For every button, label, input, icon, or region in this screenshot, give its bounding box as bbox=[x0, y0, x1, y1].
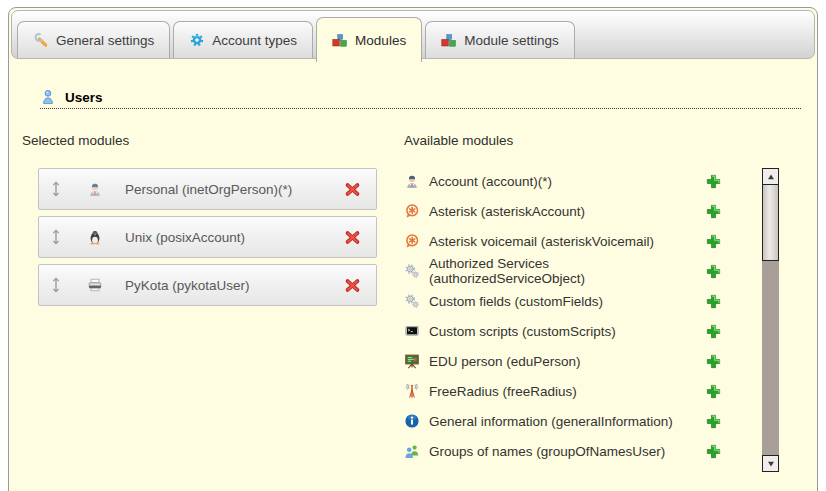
available-module-row: Groups of names (groupOfNamesUser) bbox=[404, 436, 722, 466]
delete-icon bbox=[344, 277, 361, 294]
add-module-button[interactable] bbox=[705, 293, 722, 310]
scrollbar-up-button[interactable] bbox=[762, 168, 779, 185]
add-module-button[interactable] bbox=[705, 173, 722, 190]
asterisk-icon bbox=[404, 233, 420, 249]
add-icon bbox=[705, 263, 722, 280]
selected-module-row: Unix (posixAccount) bbox=[38, 216, 377, 258]
selected-module-label: Personal (inetOrgPerson)(*) bbox=[125, 182, 292, 197]
blackboard-icon bbox=[404, 353, 420, 369]
selected-module-label: PyKota (pykotaUser) bbox=[125, 278, 250, 293]
add-module-button[interactable] bbox=[705, 443, 722, 460]
add-icon bbox=[705, 353, 722, 370]
selected-module-label: Unix (posixAccount) bbox=[125, 230, 245, 245]
gears-icon bbox=[404, 263, 420, 279]
person-icon bbox=[404, 173, 420, 189]
add-icon bbox=[705, 383, 722, 400]
available-module-label: Account (account)(*) bbox=[429, 174, 701, 189]
add-module-button[interactable] bbox=[705, 203, 722, 220]
available-module-label: Groups of names (groupOfNamesUser) bbox=[429, 444, 701, 459]
scroll-down-icon bbox=[767, 460, 775, 468]
drag-handle[interactable] bbox=[48, 277, 64, 293]
selected-modules-column: Selected modules Personal (inetOrgPerson… bbox=[22, 133, 388, 466]
available-modules-scrollbar[interactable] bbox=[762, 168, 779, 472]
scrollbar-track[interactable] bbox=[762, 261, 779, 455]
add-icon bbox=[705, 443, 722, 460]
modules-content: Users Selected modules Personal (inetOrg… bbox=[9, 61, 817, 466]
add-icon bbox=[705, 233, 722, 250]
tab-label: Account types bbox=[212, 33, 297, 48]
selected-module-row: Personal (inetOrgPerson)(*) bbox=[38, 168, 377, 210]
available-modules-label: Available modules bbox=[404, 133, 817, 148]
remove-module-button[interactable] bbox=[344, 181, 361, 198]
add-module-button[interactable] bbox=[705, 263, 722, 280]
available-module-label: Asterisk (asteriskAccount) bbox=[429, 204, 701, 219]
config-panel: General settings Account types Modules M… bbox=[8, 7, 818, 491]
available-module-row: Custom scripts (customScripts) bbox=[404, 316, 722, 346]
add-icon bbox=[705, 173, 722, 190]
remove-module-button[interactable] bbox=[344, 229, 361, 246]
group-icon bbox=[404, 443, 420, 459]
available-modules-list: Account (account)(*) Asterisk (asteriskA… bbox=[404, 166, 722, 466]
terminal-icon bbox=[404, 323, 420, 339]
add-module-button[interactable] bbox=[705, 413, 722, 430]
selected-module-row: PyKota (pykotaUser) bbox=[38, 264, 377, 306]
add-icon bbox=[705, 203, 722, 220]
add-module-button[interactable] bbox=[705, 383, 722, 400]
scrollbar-down-button[interactable] bbox=[762, 455, 779, 472]
available-module-label: Authorized Services (authorizedServiceOb… bbox=[429, 256, 701, 286]
tab-label: Modules bbox=[355, 33, 406, 48]
add-icon bbox=[705, 413, 722, 430]
tab-general-settings[interactable]: General settings bbox=[17, 21, 170, 58]
section-title: Users bbox=[65, 90, 103, 105]
available-module-row: FreeRadius (freeRadius) bbox=[404, 376, 722, 406]
modules-cubes-icon bbox=[441, 32, 457, 48]
available-module-row: Custom fields (customFields) bbox=[404, 286, 722, 316]
tab-account-types[interactable]: Account types bbox=[173, 21, 313, 58]
modules-cubes-icon bbox=[332, 32, 348, 48]
tab-strip: General settings Account types Modules M… bbox=[11, 10, 815, 59]
delete-icon bbox=[344, 229, 361, 246]
wrench-icon bbox=[33, 32, 49, 48]
available-modules-column: Available modules Account (account)(*) A… bbox=[404, 133, 817, 466]
drag-handle[interactable] bbox=[48, 229, 64, 245]
selected-modules-list: Personal (inetOrgPerson)(*) Unix (posixA… bbox=[38, 168, 377, 306]
scrollbar-thumb[interactable] bbox=[762, 185, 779, 261]
tux-icon bbox=[87, 229, 103, 245]
available-module-label: EDU person (eduPerson) bbox=[429, 354, 701, 369]
available-module-label: General information (generalInformation) bbox=[429, 414, 701, 429]
updown-icon bbox=[48, 277, 64, 293]
available-module-label: Asterisk voicemail (asteriskVoicemail) bbox=[429, 234, 701, 249]
tab-label: General settings bbox=[56, 33, 154, 48]
available-module-row: Authorized Services (authorizedServiceOb… bbox=[404, 256, 722, 286]
available-module-label: Custom fields (customFields) bbox=[429, 294, 701, 309]
available-module-row: General information (generalInformation) bbox=[404, 406, 722, 436]
add-module-button[interactable] bbox=[705, 323, 722, 340]
remove-module-button[interactable] bbox=[344, 277, 361, 294]
module-columns: Selected modules Personal (inetOrgPerson… bbox=[9, 133, 817, 466]
gears-icon bbox=[404, 293, 420, 309]
available-module-label: Custom scripts (customScripts) bbox=[429, 324, 701, 339]
person-icon bbox=[87, 181, 103, 197]
available-module-row: EDU person (eduPerson) bbox=[404, 346, 722, 376]
section-header-users: Users bbox=[40, 89, 801, 109]
user-icon bbox=[40, 89, 56, 105]
scroll-up-icon bbox=[767, 173, 775, 181]
tab-module-settings[interactable]: Module settings bbox=[425, 21, 575, 58]
tab-bar: General settings Account types Modules M… bbox=[17, 17, 575, 58]
available-module-row: Asterisk (asteriskAccount) bbox=[404, 196, 722, 226]
antenna-icon bbox=[404, 383, 420, 399]
delete-icon bbox=[344, 181, 361, 198]
tab-modules[interactable]: Modules bbox=[316, 17, 422, 62]
info-icon bbox=[404, 413, 420, 429]
tab-label: Module settings bbox=[464, 33, 559, 48]
available-module-row: Asterisk voicemail (asteriskVoicemail) bbox=[404, 226, 722, 256]
add-module-button[interactable] bbox=[705, 233, 722, 250]
updown-icon bbox=[48, 181, 64, 197]
available-module-label: FreeRadius (freeRadius) bbox=[429, 384, 701, 399]
available-module-row: Account (account)(*) bbox=[404, 166, 722, 196]
printer-icon bbox=[87, 277, 103, 293]
add-module-button[interactable] bbox=[705, 353, 722, 370]
gear-blue-icon bbox=[189, 32, 205, 48]
drag-handle[interactable] bbox=[48, 181, 64, 197]
add-icon bbox=[705, 293, 722, 310]
